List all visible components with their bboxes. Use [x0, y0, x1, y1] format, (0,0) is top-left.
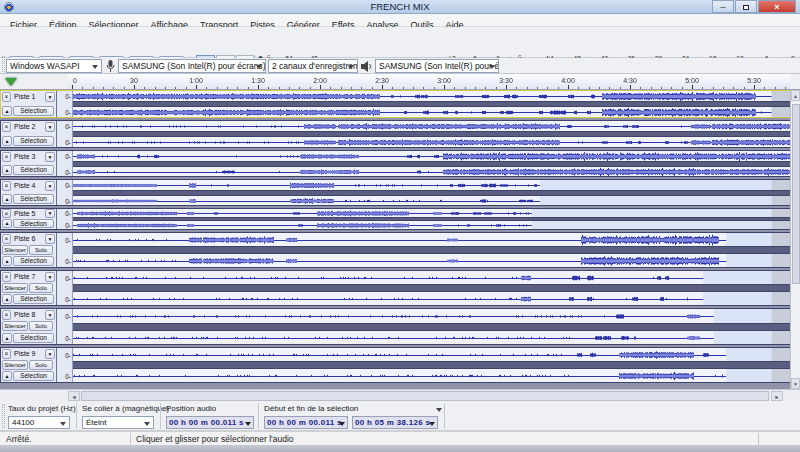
waveform-canvas[interactable] — [73, 91, 790, 117]
scroll-up-icon[interactable]: ▲ — [791, 90, 800, 101]
track-collapse-button[interactable]: ▲ — [2, 194, 12, 204]
waveform-canvas[interactable] — [73, 271, 790, 305]
waveform-canvas[interactable] — [73, 151, 790, 176]
waveform-canvas[interactable] — [73, 121, 790, 147]
track-row[interactable]: ×Piste 7▼SilencerSolo▲Sélection0-0- — [0, 270, 790, 306]
track-name[interactable]: Piste 1 — [14, 93, 35, 100]
scroll-down-icon[interactable]: ▼ — [791, 378, 800, 389]
playback-device-select[interactable]: SAMSUNG (Son Intel(R) pour écrans) — [375, 59, 499, 73]
track-select-button[interactable]: Sélection — [13, 165, 54, 175]
track-solo-button[interactable]: Solo — [29, 360, 53, 370]
track-control-panel[interactable]: ×Piste 5▼▲Sélection — [1, 209, 57, 229]
track-collapse-button[interactable]: ▲ — [2, 333, 12, 343]
track-row[interactable]: ×Piste 4▼▲Sélection0-0- — [0, 179, 790, 206]
track-vertical-ruler[interactable]: 0-0- — [57, 91, 73, 117]
track-name[interactable]: Piste 4 — [14, 182, 35, 189]
project-rate-select[interactable]: 44100 — [8, 416, 70, 429]
track-row[interactable]: ×Piste 9▼SilencerSolo▲Sélection0-0- — [0, 347, 790, 383]
scroll-right-icon[interactable]: ► — [771, 391, 783, 401]
track-name[interactable]: Piste 8 — [14, 311, 35, 318]
scroll-left-icon[interactable]: ◄ — [68, 391, 80, 401]
track-control-panel[interactable]: ×Piste 9▼SilencerSolo▲Sélection — [1, 348, 57, 382]
timeline-ruler[interactable] — [68, 74, 790, 90]
track-mute-button[interactable]: Silencer — [2, 360, 28, 370]
track-control-panel[interactable]: ×Piste 3▼▲Sélection — [1, 151, 57, 176]
maximize-button[interactable] — [735, 0, 757, 13]
track-menu-button[interactable]: ▼ — [45, 234, 55, 244]
audio-position-field[interactable]: 00 h 00 m 00.011 s — [166, 416, 254, 429]
track-close-button[interactable]: × — [2, 181, 11, 191]
track-vertical-ruler[interactable]: 0-0- — [57, 180, 73, 205]
track-name[interactable]: Piste 9 — [14, 350, 35, 357]
track-vertical-ruler[interactable]: 0-0- — [57, 271, 73, 305]
horizontal-scrollbar[interactable]: ◄ ► — [0, 389, 800, 401]
recording-channels-select[interactable]: 2 canaux d'enregistremer — [268, 59, 358, 73]
waveform-canvas[interactable] — [73, 233, 790, 267]
track-collapse-button[interactable]: ▲ — [2, 219, 12, 228]
horizontal-scroll-thumb[interactable] — [81, 391, 769, 401]
track-menu-button[interactable]: ▼ — [45, 181, 55, 191]
track-control-panel[interactable]: ×Piste 8▼SilencerSolo▲Sélection — [1, 309, 57, 344]
track-mute-button[interactable]: Silencer — [2, 245, 28, 255]
track-close-button[interactable]: × — [2, 122, 11, 132]
waveform-canvas[interactable] — [73, 180, 790, 205]
track-select-button[interactable]: Sélection — [13, 219, 54, 228]
title-bar[interactable]: FRENCH MIX – × — [0, 0, 800, 14]
toolbar-grip[interactable] — [2, 404, 5, 428]
pinned-playhead-icon[interactable] — [5, 78, 17, 86]
track-menu-button[interactable]: ▼ — [45, 310, 55, 320]
track-row[interactable]: ×Piste 3▼▲Sélection0-0- — [0, 150, 790, 177]
track-control-panel[interactable]: ×Piste 1▼▲Sélection — [1, 91, 57, 117]
track-menu-button[interactable]: ▼ — [45, 92, 55, 102]
track-select-button[interactable]: Sélection — [13, 256, 54, 266]
waveform-canvas[interactable] — [73, 348, 790, 382]
track-menu-button[interactable]: ▼ — [45, 349, 55, 359]
track-menu-button[interactable]: ▼ — [45, 209, 55, 218]
track-name[interactable]: Piste 5 — [14, 210, 35, 217]
track-name[interactable]: Piste 2 — [14, 123, 35, 130]
track-mute-button[interactable]: Silencer — [2, 321, 28, 331]
track-vertical-ruler[interactable]: 0-0- — [57, 151, 73, 176]
track-select-button[interactable]: Sélection — [13, 136, 54, 146]
track-vertical-ruler[interactable]: 0-0- — [57, 233, 73, 267]
selection-start-field[interactable]: 00 h 00 m 00.011 s — [264, 416, 348, 429]
close-button[interactable]: × — [758, 0, 796, 13]
track-close-button[interactable]: × — [2, 272, 11, 282]
snap-to-select[interactable]: Éteint — [82, 416, 154, 429]
track-row[interactable]: ×Piste 8▼SilencerSolo▲Sélection0-0- — [0, 308, 790, 345]
track-solo-button[interactable]: Solo — [29, 245, 53, 255]
audio-host-select[interactable]: Windows WASAPI — [6, 59, 102, 73]
track-close-button[interactable]: × — [2, 92, 11, 102]
track-close-button[interactable]: × — [2, 310, 11, 320]
track-close-button[interactable]: × — [2, 234, 11, 244]
minimize-button[interactable]: – — [712, 0, 734, 13]
track-collapse-button[interactable]: ▲ — [2, 165, 12, 175]
toolbar-grip[interactable] — [2, 59, 5, 72]
track-menu-button[interactable]: ▼ — [45, 122, 55, 132]
track-control-panel[interactable]: ×Piste 4▼▲Sélection — [1, 180, 57, 205]
track-select-button[interactable]: Sélection — [13, 106, 54, 116]
track-row[interactable]: ×Piste 6▼SilencerSolo▲Sélection0-0- — [0, 232, 790, 268]
track-name[interactable]: Piste 3 — [14, 153, 35, 160]
track-row[interactable]: ×Piste 2▼▲Sélection0-0- — [0, 120, 790, 148]
track-collapse-button[interactable]: ▲ — [2, 106, 12, 116]
selection-end-field[interactable]: 00 h 05 m 38.126 s — [352, 416, 438, 429]
track-row[interactable]: ×Piste 5▼▲Sélection0-0- — [0, 208, 790, 230]
track-vertical-ruler[interactable]: 0-0- — [57, 209, 73, 229]
waveform-canvas[interactable] — [73, 309, 790, 344]
track-solo-button[interactable]: Solo — [29, 321, 53, 331]
track-close-button[interactable]: × — [2, 349, 11, 359]
waveform-canvas[interactable] — [73, 209, 790, 229]
track-close-button[interactable]: × — [2, 209, 11, 218]
track-select-button[interactable]: Sélection — [13, 333, 54, 343]
track-name[interactable]: Piste 6 — [14, 235, 35, 242]
track-collapse-button[interactable]: ▲ — [2, 371, 12, 381]
track-name[interactable]: Piste 7 — [14, 273, 35, 280]
track-menu-button[interactable]: ▼ — [45, 272, 55, 282]
track-collapse-button[interactable]: ▲ — [2, 256, 12, 266]
track-collapse-button[interactable]: ▲ — [2, 136, 12, 146]
track-vertical-ruler[interactable]: 0-0- — [57, 121, 73, 147]
track-close-button[interactable]: × — [2, 152, 11, 162]
track-collapse-button[interactable]: ▲ — [2, 294, 12, 304]
track-control-panel[interactable]: ×Piste 2▼▲Sélection — [1, 121, 57, 147]
